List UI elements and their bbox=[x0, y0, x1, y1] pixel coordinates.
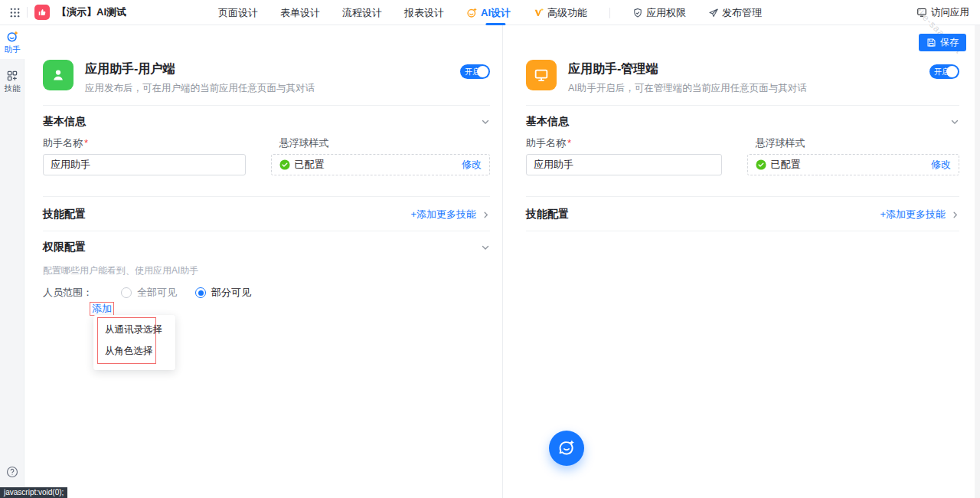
radio-unchecked-icon[interactable] bbox=[121, 287, 132, 298]
navbar-tabs: 页面设计 表单设计 流程设计 报表设计 AI设计 高级功能 bbox=[218, 0, 762, 25]
save-button[interactable]: 保存 bbox=[919, 34, 966, 51]
admin-panel-titles: 应用助手-管理端 AI助手开启后，可在管理端的当前应用任意页面与其对话 bbox=[568, 60, 807, 92]
chevron-right-icon bbox=[951, 211, 959, 219]
main-content: 保存 应用助手-用户端 应用发布后，可在用户端的当前应用任意页面与其对话 开启 … bbox=[24, 25, 980, 498]
modify-link[interactable]: 修改 bbox=[931, 158, 951, 172]
permission-description: 配置哪些用户能看到、使用应用AI助手 bbox=[43, 264, 490, 277]
user-fields: 已配置 修改 bbox=[43, 154, 490, 175]
assistant-name-label: 助手名称* bbox=[526, 136, 730, 150]
modify-link[interactable]: 修改 bbox=[462, 158, 482, 172]
toggle-knob bbox=[477, 66, 488, 77]
add-more-skills[interactable]: +添加更多技能 bbox=[880, 208, 959, 221]
access-app-button[interactable]: 访问应用 bbox=[916, 6, 980, 19]
user-person-icon bbox=[43, 60, 74, 90]
browser-status-text: javascript:void(0); bbox=[0, 487, 67, 498]
navbar-separator bbox=[609, 8, 610, 18]
app-logo-thumbsup-icon bbox=[34, 5, 50, 20]
user-panel-titles: 应用助手-用户端 应用发布后，可在用户端的当前应用任意页面与其对话 bbox=[85, 60, 315, 92]
sidebar-item-assistant[interactable]: 助手 bbox=[0, 25, 24, 59]
add-member-dropdown: 从通讯录选择 从角色选择 bbox=[93, 315, 175, 370]
section-divider bbox=[526, 231, 959, 231]
dropdown-annotation-box: 从通讯录选择 从角色选择 bbox=[97, 317, 156, 364]
float-ball-style-label: 悬浮球样式 bbox=[279, 136, 491, 150]
toggle-knob bbox=[946, 66, 958, 77]
chevron-down-icon[interactable] bbox=[481, 117, 490, 126]
paper-plane-icon bbox=[708, 8, 719, 18]
admin-panel-header: 应用助手-管理端 AI助手开启后，可在管理端的当前应用任意页面与其对话 开启 bbox=[526, 60, 959, 92]
check-circle-icon bbox=[279, 159, 290, 170]
panel-assistant-admin: 应用助手-管理端 AI助手开启后，可在管理端的当前应用任意页面与其对话 开启 基… bbox=[526, 25, 959, 231]
section-divider bbox=[43, 105, 490, 106]
shield-check-icon bbox=[632, 8, 643, 18]
assistant-name-label: 助手名称* bbox=[43, 136, 254, 150]
scope-row: 人员范围： 全部可见 部分可见 bbox=[43, 287, 490, 299]
scrollbar[interactable] bbox=[975, 25, 980, 498]
user-panel-header: 应用助手-用户端 应用发布后，可在用户端的当前应用任意页面与其对话 开启 bbox=[43, 60, 490, 92]
v-sparkle-icon bbox=[533, 7, 544, 18]
tab-flow-design[interactable]: 流程设计 bbox=[342, 0, 382, 25]
skills-grid-plus-icon bbox=[6, 70, 18, 82]
panel-assistant-user: 应用助手-用户端 应用发布后，可在用户端的当前应用任意页面与其对话 开启 基本信… bbox=[43, 25, 490, 316]
chevron-right-icon bbox=[482, 211, 490, 219]
user-basic-info-header: 基本信息 bbox=[43, 116, 490, 128]
tab-advanced-features[interactable]: 高级功能 bbox=[533, 0, 587, 25]
panel-description: 应用发布后，可在用户端的当前应用任意页面与其对话 bbox=[85, 82, 315, 95]
scope-label: 人员范围： bbox=[43, 286, 93, 300]
float-ball-configured-box: 已配置 修改 bbox=[271, 154, 491, 175]
radio-partial-visible[interactable]: 部分可见 bbox=[195, 286, 251, 300]
tab-app-permissions[interactable]: 应用权限 bbox=[632, 0, 686, 25]
user-enable-toggle[interactable]: 开启 bbox=[460, 64, 490, 79]
tab-report-design[interactable]: 报表设计 bbox=[404, 0, 444, 25]
menu-item-from-roles[interactable]: 从角色选择 bbox=[98, 341, 155, 362]
chevron-down-icon[interactable] bbox=[481, 243, 490, 252]
monitor-small-icon bbox=[916, 7, 927, 18]
assistant-smiley-icon bbox=[6, 30, 19, 43]
panel-description: AI助手开启后，可在管理端的当前应用任意页面与其对话 bbox=[568, 82, 807, 95]
panel-divider bbox=[502, 25, 503, 498]
tab-publish-management[interactable]: 发布管理 bbox=[708, 0, 762, 25]
float-ball-configured-box: 已配置 修改 bbox=[747, 154, 960, 175]
user-field-labels: 助手名称* 悬浮球样式 bbox=[43, 136, 490, 150]
menu-item-from-contacts[interactable]: 从通讯录选择 bbox=[98, 319, 155, 340]
check-circle-icon bbox=[756, 159, 766, 170]
radio-checked-icon[interactable] bbox=[195, 287, 206, 298]
panel-title: 应用助手-管理端 bbox=[568, 61, 807, 77]
add-member-button[interactable]: 添加 bbox=[90, 302, 114, 316]
tab-page-design[interactable]: 页面设计 bbox=[218, 0, 258, 25]
tab-ai-design[interactable]: AI设计 bbox=[466, 0, 511, 25]
app-title: 【演示】AI测试 bbox=[57, 5, 126, 19]
app-grid-icon[interactable] bbox=[10, 8, 20, 18]
navbar-separator bbox=[27, 7, 28, 18]
admin-monitor-icon bbox=[526, 60, 557, 90]
ai-assistant-float-button[interactable] bbox=[549, 431, 584, 466]
section-divider bbox=[43, 231, 490, 231]
float-ball-style-label: 悬浮球样式 bbox=[756, 136, 960, 150]
add-member-wrapper: 添加 从通讯录选择 从角色选择 bbox=[90, 302, 181, 316]
tab-form-design[interactable]: 表单设计 bbox=[280, 0, 320, 25]
admin-fields: 已配置 修改 bbox=[526, 154, 959, 175]
sidebar-item-label: 助手 bbox=[5, 44, 21, 55]
chevron-down-icon[interactable] bbox=[950, 117, 959, 126]
section-divider bbox=[526, 196, 959, 197]
assistant-name-input[interactable] bbox=[526, 154, 722, 175]
left-sidebar: 助手 技能 bbox=[0, 25, 24, 498]
sidebar-item-skills[interactable]: 技能 bbox=[0, 65, 24, 98]
radio-all-visible[interactable]: 全部可见 bbox=[121, 286, 177, 300]
sidebar-item-label: 技能 bbox=[5, 84, 21, 94]
admin-skills-header: 技能配置 +添加更多技能 bbox=[526, 208, 959, 221]
user-skills-header: 技能配置 +添加更多技能 bbox=[43, 208, 490, 221]
ai-smiley-icon bbox=[466, 7, 478, 18]
admin-enable-toggle[interactable]: 开启 bbox=[929, 64, 959, 79]
help-button[interactable] bbox=[0, 466, 24, 478]
top-navbar: 【演示】AI测试 页面设计 表单设计 流程设计 报表设计 AI设计 bbox=[0, 0, 980, 25]
admin-basic-info-header: 基本信息 bbox=[526, 116, 959, 128]
user-permission-header: 权限配置 bbox=[43, 241, 490, 254]
assistant-name-input[interactable] bbox=[43, 154, 246, 175]
add-more-skills[interactable]: +添加更多技能 bbox=[410, 208, 490, 221]
section-divider bbox=[43, 196, 490, 197]
admin-field-labels: 助手名称* 悬浮球样式 bbox=[526, 136, 959, 150]
navbar-left: 【演示】AI测试 bbox=[0, 5, 126, 20]
save-floppy-icon bbox=[926, 38, 936, 48]
section-divider bbox=[526, 105, 959, 106]
panel-title: 应用助手-用户端 bbox=[85, 61, 315, 77]
